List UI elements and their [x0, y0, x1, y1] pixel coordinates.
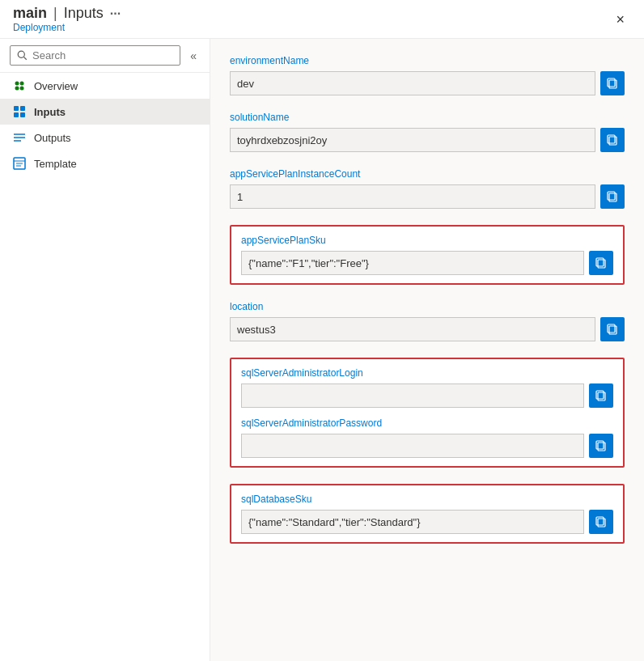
- field-row-sqlDatabaseSku: [241, 510, 613, 534]
- svg-point-0: [18, 51, 24, 57]
- field-input-sqlDatabaseSku[interactable]: [241, 510, 584, 534]
- field-row-location: [230, 317, 625, 341]
- field-input-sqlServerAdministratorLogin[interactable]: [241, 383, 584, 408]
- main-layout: « Overview: [0, 39, 644, 661]
- field-group-appServicePlanSku: appServicePlanSku: [230, 225, 625, 285]
- svg-point-2: [15, 82, 19, 86]
- copy-button-appServicePlanSku[interactable]: [589, 251, 613, 275]
- top-bar-title: main | Inputs ···: [13, 5, 121, 22]
- field-input-location[interactable]: [230, 317, 595, 341]
- sidebar-item-template[interactable]: Template: [0, 150, 210, 176]
- copy-button-environmentName[interactable]: [600, 71, 625, 95]
- top-bar: main | Inputs ··· Deployment ×: [0, 0, 644, 39]
- field-group-environmentName: environmentName: [230, 55, 625, 95]
- search-bar: «: [0, 39, 210, 73]
- field-row-sqlServerAdministratorPassword: [241, 434, 613, 458]
- sidebar-item-inputs[interactable]: Inputs: [0, 99, 210, 125]
- field-label-appServicePlanInstanceCount: appServicePlanInstanceCount: [230, 168, 625, 180]
- copy-button-sqlServerAdministratorLogin[interactable]: [589, 383, 613, 408]
- field-group-sql-server: sqlServerAdministratorLogin sqlServerAdm…: [230, 358, 625, 468]
- title-separator: |: [53, 5, 57, 22]
- collapse-button[interactable]: «: [187, 48, 200, 64]
- sidebar-nav: Overview Inputs: [0, 73, 210, 176]
- field-inner-sqlServerAdministratorLogin: sqlServerAdministratorLogin: [241, 367, 613, 408]
- copy-icon-5: [606, 323, 619, 336]
- sidebar-item-outputs-label: Outputs: [34, 132, 71, 144]
- field-group-solutionName: solutionName: [230, 112, 625, 152]
- copy-button-solutionName[interactable]: [600, 128, 625, 152]
- copy-icon-8: [595, 515, 608, 528]
- field-label-environmentName: environmentName: [230, 55, 625, 66]
- search-icon: [17, 50, 28, 61]
- search-input[interactable]: [32, 49, 173, 61]
- field-label-sqlServerAdministratorLogin: sqlServerAdministratorLogin: [241, 367, 613, 379]
- copy-icon-6: [595, 389, 608, 402]
- search-input-wrapper[interactable]: [10, 45, 180, 66]
- content-area: environmentName solutionName: [210, 39, 644, 661]
- sidebar-item-overview-label: Overview: [34, 80, 78, 92]
- field-row-environmentName: [230, 71, 625, 95]
- copy-icon-7: [595, 439, 608, 452]
- outputs-icon: [13, 131, 26, 144]
- copy-icon-2: [606, 133, 619, 146]
- field-input-environmentName[interactable]: [230, 71, 595, 95]
- sub-title: Inputs: [64, 5, 104, 22]
- field-group-appServicePlanInstanceCount: appServicePlanInstanceCount: [230, 168, 625, 209]
- sidebar-item-inputs-label: Inputs: [34, 106, 66, 118]
- field-row-appServicePlanSku: [241, 251, 613, 275]
- field-row-appServicePlanInstanceCount: [230, 184, 625, 209]
- sidebar: « Overview: [0, 39, 210, 661]
- copy-button-sqlDatabaseSku[interactable]: [589, 510, 613, 534]
- field-label-location: location: [230, 301, 625, 312]
- field-label-solutionName: solutionName: [230, 112, 625, 123]
- field-row-sqlServerAdministratorLogin: [241, 383, 613, 408]
- inputs-icon: [13, 105, 26, 118]
- svg-rect-8: [14, 112, 19, 117]
- copy-icon-3: [606, 190, 619, 203]
- field-label-sqlServerAdministratorPassword: sqlServerAdministratorPassword: [241, 417, 613, 429]
- copy-button-appServicePlanInstanceCount[interactable]: [600, 184, 625, 209]
- field-input-sqlServerAdministratorPassword[interactable]: [241, 434, 584, 458]
- field-row-solutionName: [230, 128, 625, 152]
- svg-rect-9: [20, 112, 25, 117]
- main-title: main: [13, 5, 47, 22]
- copy-icon: [606, 77, 619, 90]
- svg-point-5: [20, 87, 24, 91]
- top-bar-left: main | Inputs ··· Deployment: [13, 5, 121, 33]
- svg-rect-7: [20, 106, 25, 111]
- field-input-solutionName[interactable]: [230, 128, 595, 152]
- sidebar-item-overview[interactable]: Overview: [0, 73, 210, 99]
- field-input-appServicePlanInstanceCount[interactable]: [230, 184, 595, 209]
- copy-button-location[interactable]: [600, 317, 625, 341]
- field-label-sqlDatabaseSku: sqlDatabaseSku: [241, 494, 613, 505]
- sidebar-item-outputs[interactable]: Outputs: [0, 125, 210, 150]
- copy-button-sqlServerAdministratorPassword[interactable]: [589, 434, 613, 458]
- field-group-sqlDatabaseSku: sqlDatabaseSku: [230, 484, 625, 544]
- svg-point-3: [20, 82, 24, 86]
- template-icon: [13, 157, 26, 170]
- sidebar-item-template-label: Template: [34, 158, 77, 170]
- svg-rect-6: [14, 106, 19, 111]
- svg-point-4: [15, 87, 19, 91]
- svg-line-1: [24, 57, 27, 60]
- field-inner-sqlServerAdministratorPassword: sqlServerAdministratorPassword: [241, 417, 613, 458]
- field-group-location: location: [230, 301, 625, 341]
- breadcrumb[interactable]: Deployment: [13, 22, 121, 33]
- field-input-appServicePlanSku[interactable]: [241, 251, 584, 275]
- copy-icon-4: [595, 256, 608, 269]
- overview-icon: [13, 79, 26, 92]
- title-ellipsis[interactable]: ···: [110, 6, 121, 21]
- close-button[interactable]: ×: [609, 9, 631, 30]
- field-label-appServicePlanSku: appServicePlanSku: [241, 235, 613, 246]
